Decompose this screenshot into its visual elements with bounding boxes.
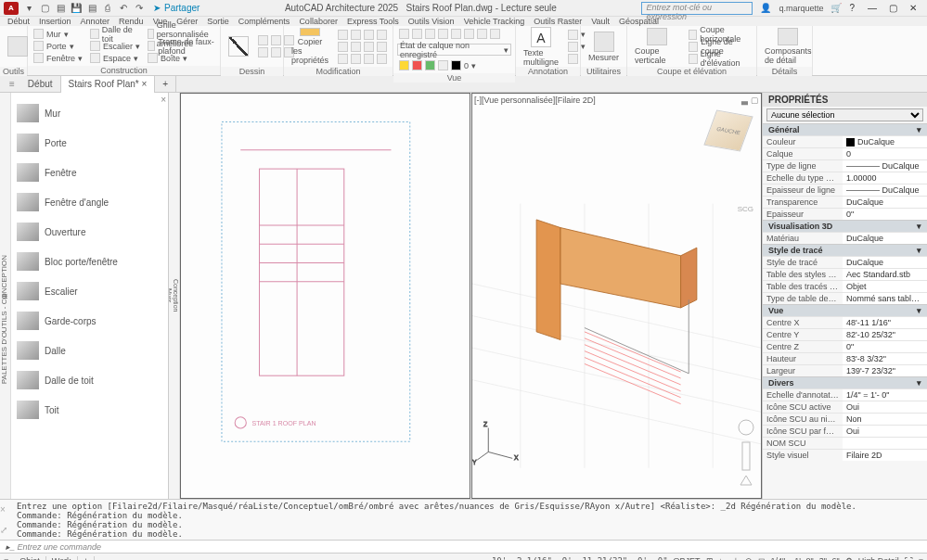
vp-max-icon[interactable]: ▢	[751, 95, 759, 105]
erase-icon[interactable]	[377, 30, 387, 40]
space-button[interactable]: Espace ▾	[88, 52, 142, 64]
props-section-header[interactable]: Général▾	[763, 124, 927, 135]
property-row[interactable]: Calque0	[763, 147, 927, 159]
property-row[interactable]: Centre Y82'-10 25/32"	[763, 328, 927, 340]
wall-button[interactable]: Mur ▾	[32, 28, 84, 40]
detailcomp-button[interactable]: Composants de détail	[761, 28, 816, 65]
property-row[interactable]: Epaisseur de ligne———— DuCalque	[763, 184, 927, 196]
tab-start[interactable]: Début	[20, 76, 61, 93]
gear-icon[interactable]: ⚙	[845, 556, 853, 561]
stretch-icon[interactable]	[338, 54, 348, 64]
props-section-header[interactable]: Divers▾	[763, 377, 927, 388]
palette-tab[interactable]: Conception	[173, 279, 179, 312]
navbar[interactable]	[737, 416, 755, 492]
property-row[interactable]: Centre Z0"	[763, 340, 927, 352]
angle-display[interactable]: 3"- 6"	[819, 556, 840, 561]
saveas-icon[interactable]: ▤	[85, 2, 98, 15]
layer-icon[interactable]	[399, 29, 409, 39]
property-row[interactable]: CouleurDuCalque	[763, 135, 927, 147]
fullscreen-icon[interactable]: ⛶	[905, 556, 913, 561]
viewport-3d[interactable]: [-][Vue personnalisée][Filaire 2D] ▃ ▢ G…	[471, 93, 762, 499]
menu-item[interactable]: Insertion	[39, 17, 71, 26]
obj-label[interactable]: OBJET	[674, 556, 701, 561]
layer-state-dropdown[interactable]: État de calque non enregistré ▾	[397, 44, 511, 56]
circle-icon[interactable]	[271, 35, 281, 45]
rotate-icon[interactable]	[351, 30, 361, 40]
hamburger-icon[interactable]: ≡	[4, 79, 20, 89]
user-name[interactable]: q.marquette	[779, 4, 823, 13]
viewport-2d[interactable]: STAIR 1 ROOF PLAN	[180, 93, 470, 499]
detail-level[interactable]: High Detail	[858, 556, 899, 561]
search-input[interactable]: Entrez mot-clé ou expression	[641, 2, 753, 15]
close-button[interactable]: ✕	[903, 3, 923, 13]
palette-item[interactable]: Escalier	[13, 276, 166, 306]
tab-close-icon[interactable]: ×	[141, 79, 147, 89]
plot-icon[interactable]: ⎙	[101, 2, 114, 15]
elevline-button[interactable]: Ligne d'élévation	[687, 53, 753, 65]
copy-icon[interactable]	[338, 42, 348, 52]
cart-icon[interactable]: 🛒	[830, 3, 842, 13]
menu-item[interactable]: Express Tools	[347, 17, 399, 26]
property-row[interactable]: Style visuelFilaire 2D	[763, 449, 927, 461]
property-row[interactable]: Echelle du type de lig...1.00000	[763, 172, 927, 184]
viewport-label[interactable]: [-][Vue personnalisée][Filaire 2D]	[474, 95, 596, 105]
snap-toggle-icon[interactable]: ∟	[719, 556, 727, 561]
palette-item[interactable]: Fenêtre	[13, 158, 166, 187]
door-button[interactable]: Porte ▾	[32, 40, 84, 52]
explode-icon[interactable]	[377, 42, 387, 52]
palette-item[interactable]: Toit	[13, 395, 166, 425]
scale-icon[interactable]	[351, 54, 361, 64]
polyline-icon[interactable]	[258, 35, 268, 45]
matchprops-button[interactable]: Copierles propriétés	[288, 28, 332, 65]
menu-item[interactable]: Compléments	[238, 17, 290, 26]
layout-tab[interactable]: Work	[46, 556, 78, 561]
stair-button[interactable]: Escalier ▾	[88, 40, 142, 52]
open-icon[interactable]: ▤	[54, 2, 67, 15]
new-icon[interactable]: ▢	[38, 2, 51, 15]
ceiling-button[interactable]: Trame de faux-plafond	[146, 40, 216, 52]
property-row[interactable]: Table des tracés attac...Objet	[763, 280, 927, 292]
property-row[interactable]: Largeur139'-7 23/32"	[763, 364, 927, 376]
tab-add[interactable]: +	[155, 76, 176, 93]
property-row[interactable]: Hauteur83'-8 3/32"	[763, 352, 927, 364]
minimize-button[interactable]: —	[862, 3, 882, 13]
signin-icon[interactable]: 👤	[760, 3, 771, 13]
props-section-header[interactable]: Visualisation 3D▾	[763, 221, 927, 232]
grid-toggle-icon[interactable]: ⊞	[706, 556, 714, 561]
fillet-icon[interactable]	[364, 42, 374, 52]
polar-toggle-icon[interactable]: ⊙	[745, 556, 753, 561]
menu-item[interactable]: Vehicle Tracking	[464, 17, 525, 26]
menu-item[interactable]: Outils Vision	[408, 17, 455, 26]
undo-icon[interactable]: ↶	[117, 2, 130, 15]
palette-item[interactable]: Garde-corps	[13, 306, 166, 336]
leader-icon[interactable]	[568, 42, 578, 52]
property-row[interactable]: NOM SCU	[763, 437, 927, 449]
customize-icon[interactable]: ≡	[919, 556, 923, 561]
palette-item[interactable]: Bloc porte/fenêtre	[13, 247, 166, 276]
property-row[interactable]: Centre X48'-11 1/16"	[763, 316, 927, 328]
box-button[interactable]: Boîte ▾	[146, 52, 216, 64]
property-row[interactable]: Icône SCU au niveau...Non	[763, 413, 927, 425]
ellipse-icon[interactable]	[271, 47, 281, 57]
menu-item[interactable]: Début	[7, 17, 30, 26]
mirror-icon[interactable]	[351, 42, 361, 52]
property-row[interactable]: Epaisseur0"	[763, 208, 927, 220]
dim-icon[interactable]	[568, 30, 578, 40]
palette-item[interactable]: Porte	[13, 128, 166, 158]
property-row[interactable]: TransparenceDuCalque	[763, 196, 927, 208]
tab-file[interactable]: Stairs Roof Plan* ×	[61, 76, 156, 93]
maximize-button[interactable]: ▢	[882, 3, 903, 13]
property-row[interactable]: Type de table de tracéNommé sans table d…	[763, 292, 927, 304]
property-row[interactable]: Echelle d'annotation1/4" = 1'- 0"	[763, 388, 927, 401]
trim-icon[interactable]	[364, 30, 374, 40]
property-row[interactable]: Icône SCU activeOui	[763, 401, 927, 413]
menu-item[interactable]: Géospatial	[619, 17, 659, 26]
palette-close-icon[interactable]: ×	[161, 95, 166, 105]
props-section-header[interactable]: Style de tracé▾	[763, 245, 927, 256]
table-icon[interactable]	[568, 54, 578, 64]
menu-item[interactable]: Vault	[591, 17, 610, 26]
app-icon[interactable]: A	[4, 2, 19, 15]
palette-item[interactable]: Dalle	[13, 336, 166, 365]
ortho-toggle-icon[interactable]: ⊥	[732, 556, 740, 561]
rect-icon[interactable]	[258, 47, 268, 57]
